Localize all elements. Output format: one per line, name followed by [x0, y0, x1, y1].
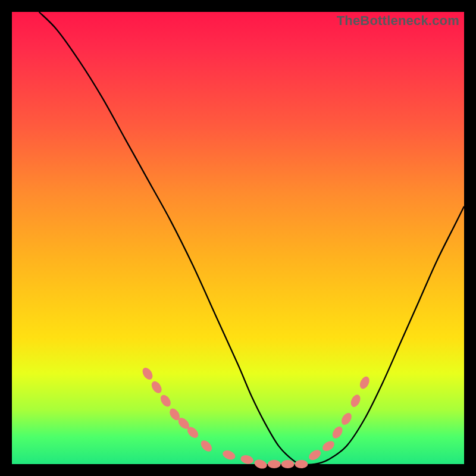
highlight-dot	[158, 393, 173, 409]
highlight-dot	[330, 425, 345, 440]
curve-line	[39, 12, 464, 465]
highlight-dot	[307, 448, 322, 462]
highlight-dot	[221, 449, 237, 461]
highlight-dot	[321, 439, 336, 453]
highlight-dot	[149, 380, 164, 395]
highlight-dot	[140, 366, 155, 381]
highlight-dot	[295, 460, 308, 468]
highlight-dot	[240, 454, 255, 465]
highlight-dot	[253, 458, 268, 470]
chart-frame: TheBottleneck.com	[12, 12, 464, 464]
highlight-dot	[199, 439, 214, 453]
highlight-dot	[339, 411, 353, 427]
watermark-text: TheBottleneck.com	[337, 13, 459, 29]
highlight-dot	[281, 460, 295, 468]
bottleneck-curve	[12, 12, 464, 464]
highlight-dot	[349, 393, 362, 409]
highlight-dot	[358, 375, 371, 390]
highlight-dot	[268, 460, 281, 468]
